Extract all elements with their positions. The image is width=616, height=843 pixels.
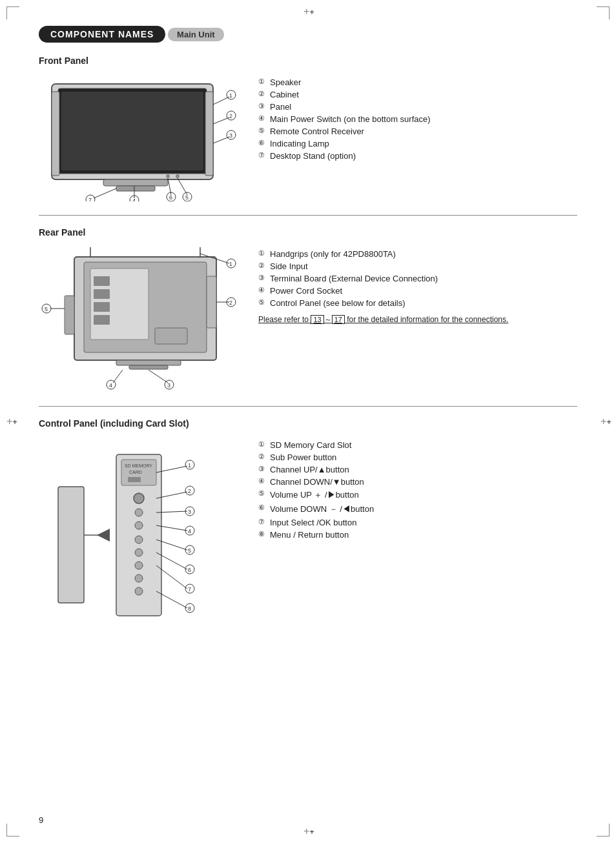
svg-text:1: 1 [229,261,232,267]
corner-mark-tl [6,6,19,19]
list-item: ③Terminal Board (External Device Connect… [258,274,577,283]
list-item: ⑥Volume DOWN － /◀button [258,503,577,515]
svg-text:8: 8 [188,605,191,612]
front-panel-items: ①Speaker ②Cabinet ③Panel ④Main Power Swi… [258,77,577,161]
svg-point-70 [135,536,143,543]
control-panel-diagram: SD MEMORY CARD [39,435,239,637]
svg-text:SD MEMORY: SD MEMORY [125,463,152,468]
control-panel-illustration: SD MEMORY CARD [39,435,239,635]
control-panel-diagram-row: SD MEMORY CARD [39,435,577,637]
svg-point-68 [135,509,143,516]
svg-point-71 [135,549,143,556]
svg-text:1: 1 [188,462,191,469]
rear-panel-list: ①Handgrips (only for 42PD8800TA) ②Side I… [258,244,577,325]
list-item: ⑥Indicating Lamp [258,139,577,148]
svg-text:2: 2 [229,300,232,306]
svg-point-7 [166,174,170,178]
rear-panel-illustration: 1 2 3 4 5 [39,244,239,392]
svg-text:5: 5 [188,547,191,554]
cross-right: + [601,416,610,427]
svg-rect-38 [116,360,181,365]
svg-text:2: 2 [188,488,191,494]
svg-text:3: 3 [188,509,191,515]
svg-text:4: 4 [109,382,112,389]
svg-rect-37 [155,328,187,344]
cross-bottom: + [303,826,313,837]
svg-line-53 [113,370,123,383]
svg-line-12 [213,117,229,124]
control-panel-items: ①SD Memory Card Slot ②Sub Power button ③… [258,440,577,540]
svg-point-74 [135,587,143,595]
svg-text:5: 5 [185,194,189,201]
svg-rect-34 [94,289,110,299]
svg-point-67 [134,493,144,503]
svg-text:4: 4 [188,528,191,534]
rear-panel-items: ①Handgrips (only for 42PD8800TA) ②Side I… [258,249,577,308]
front-panel-diagram: 1 2 3 4 5 [39,72,239,203]
svg-text:6: 6 [188,567,191,573]
sub-title: Main Unit [168,28,224,41]
svg-text:7: 7 [188,586,191,593]
list-item: ②Sub Power button [258,452,577,462]
svg-rect-4 [116,186,155,191]
svg-line-27 [94,188,116,198]
svg-point-8 [176,174,180,178]
list-item: ⑦Input Select /OK button [258,518,577,527]
svg-rect-5 [52,92,59,176]
svg-rect-40 [207,276,216,328]
list-item: ②Cabinet [258,90,577,99]
svg-line-15 [213,137,229,143]
svg-text:2: 2 [229,113,232,119]
svg-text:1: 1 [229,92,232,99]
control-panel-section: Control Panel (including Card Slot) SD M… [39,418,577,637]
svg-rect-35 [94,302,110,312]
divider-1 [39,215,577,216]
svg-rect-3 [103,179,168,186]
divider-2 [39,406,577,407]
front-panel-diagram-row: 1 2 3 4 5 [39,72,577,203]
page: + + + + COMPONENT NAMES Main Unit Front … [0,0,616,843]
list-item: ④Power Cord Socket [258,286,577,296]
rear-panel-section: Rear Panel [39,227,577,394]
list-item: ⑧Menu / Return button [258,530,577,540]
svg-rect-39 [129,365,168,369]
front-panel-header: Front Panel [39,56,577,66]
svg-rect-59 [58,487,84,603]
svg-point-72 [135,562,143,569]
list-item: ⑤Remote Control Receiver [258,127,577,136]
svg-text:3: 3 [229,132,232,139]
svg-rect-36 [94,315,110,325]
svg-point-73 [135,574,143,582]
svg-rect-6 [205,92,213,176]
list-item: ⑤Control Panel (see below for details) [258,298,577,308]
list-item: ①Speaker [258,77,577,87]
list-item: ④Main Power Switch (on the bottom surfac… [258,114,577,124]
svg-text:CARD: CARD [129,470,142,474]
section-title: COMPONENT NAMES [39,26,165,43]
page-number: 9 [39,815,43,825]
rear-panel-diagram: 1 2 3 4 5 [39,244,239,394]
list-item: ③Channel UP/▲button [258,465,577,474]
cross-left: + [6,416,15,427]
list-item: ①Handgrips (only for 42PD8800TA) [258,249,577,259]
front-panel-illustration: 1 2 3 4 5 [39,72,239,201]
svg-line-50 [149,370,168,383]
svg-point-69 [135,522,143,529]
list-item: ④Channel DOWN/▼button [258,477,577,487]
list-item: ⑤Volume UP ＋ /▶button [258,489,577,501]
rear-panel-header: Rear Panel [39,227,577,238]
list-item: ①SD Memory Card Slot [258,440,577,450]
cross-top: + [303,6,313,17]
control-panel-header: Control Panel (including Card Slot) [39,418,577,429]
svg-text:5: 5 [45,306,48,312]
svg-rect-66 [128,477,141,482]
front-panel-section: Front Panel [39,56,577,203]
rear-panel-diagram-row: 1 2 3 4 5 [39,244,577,394]
svg-text:6: 6 [169,194,172,201]
list-item: ③Panel [258,102,577,112]
svg-text:4: 4 [132,198,136,201]
control-panel-list: ①SD Memory Card Slot ②Sub Power button ③… [258,435,577,542]
list-item: ⑦Desktop Stand (option) [258,151,577,161]
front-panel-list: ①Speaker ②Cabinet ③Panel ④Main Power Swi… [258,72,577,163]
corner-mark-tr [597,6,610,19]
